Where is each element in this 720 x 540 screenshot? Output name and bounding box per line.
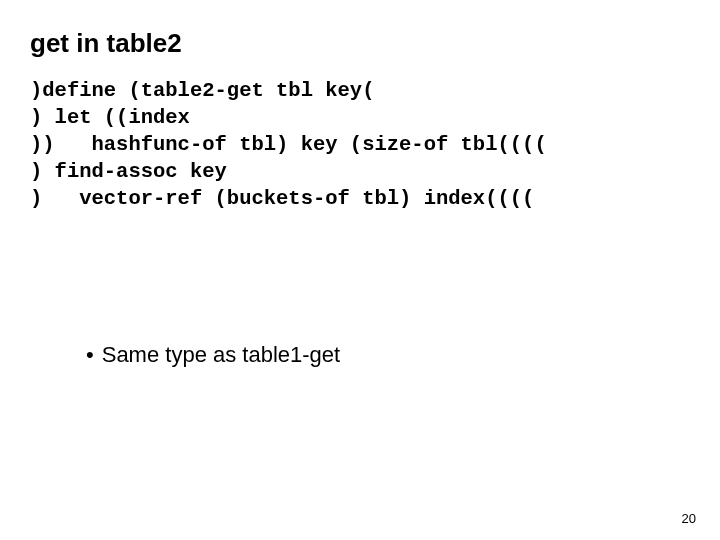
bullet-text: Same type as table1-get <box>102 342 340 367</box>
bullet-dot-icon: • <box>86 342 94 367</box>
code-block: )define (table2-get tbl key( ) let ((ind… <box>30 77 690 212</box>
bullet-list: •Same type as table1-get <box>30 342 690 368</box>
slide-title: get in table2 <box>30 28 690 59</box>
bullet-item: •Same type as table1-get <box>86 342 690 368</box>
slide: get in table2 )define (table2-get tbl ke… <box>0 0 720 540</box>
code-line: ) vector-ref (buckets-of tbl) index(((( <box>30 187 534 210</box>
code-line: ) find-assoc key <box>30 160 227 183</box>
code-line: )define (table2-get tbl key( <box>30 79 374 102</box>
code-line: )) hashfunc-of tbl) key (size-of tbl(((( <box>30 133 547 156</box>
code-line: ) let ((index <box>30 106 190 129</box>
page-number: 20 <box>682 511 696 526</box>
